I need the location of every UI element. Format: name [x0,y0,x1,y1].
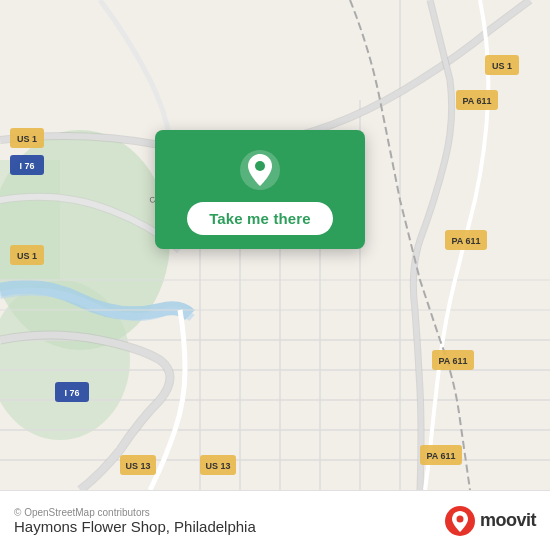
svg-text:PA 611: PA 611 [438,356,467,366]
osm-attribution: © OpenStreetMap contributors [14,507,256,518]
svg-text:US 13: US 13 [205,461,230,471]
svg-text:US 1: US 1 [17,251,37,261]
location-label: Haymons Flower Shop, Philadelphia [14,518,256,535]
bottom-left: © OpenStreetMap contributors Haymons Flo… [14,507,256,535]
take-me-there-button[interactable]: Take me there [187,202,333,235]
bottom-bar: © OpenStreetMap contributors Haymons Flo… [0,490,550,550]
svg-text:US 1: US 1 [17,134,37,144]
svg-text:PA 611: PA 611 [462,96,491,106]
svg-text:I 76: I 76 [64,388,79,398]
moovit-brand-icon [444,505,476,537]
svg-text:PA 611: PA 611 [451,236,480,246]
moovit-text: moovit [480,510,536,531]
svg-text:I 76: I 76 [19,161,34,171]
popup-card: Take me there [155,130,365,249]
location-pin-icon [238,148,282,192]
moovit-logo: moovit [444,505,536,537]
svg-text:US 1: US 1 [492,61,512,71]
svg-text:PA 611: PA 611 [426,451,455,461]
svg-text:US 13: US 13 [125,461,150,471]
svg-point-41 [255,161,265,171]
map-container[interactable]: I 76 I 76 US 1 US 1 US 1 PA 611 PA 611 P… [0,0,550,490]
svg-point-43 [456,515,463,522]
